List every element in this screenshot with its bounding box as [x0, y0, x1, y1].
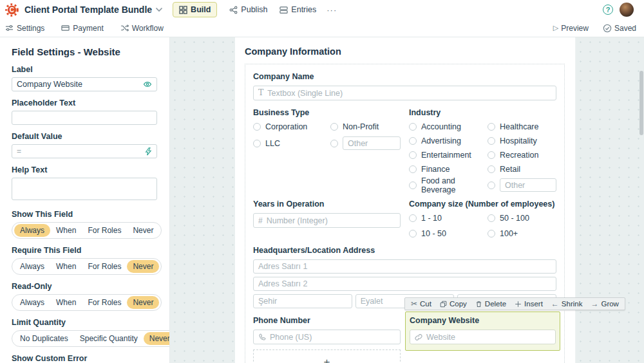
option-label: Corporation: [265, 122, 307, 131]
section-title: Company Information: [245, 46, 565, 57]
arrow-left-icon: ←: [551, 300, 559, 308]
preview-button[interactable]: ▷ Preview: [553, 24, 589, 33]
copy-menu-item[interactable]: Copy: [440, 300, 467, 308]
radio-icon: [488, 165, 495, 173]
default-value-input[interactable]: [25, 147, 140, 156]
more-menu-icon[interactable]: ···: [327, 5, 337, 15]
pill-never[interactable]: Never: [144, 332, 169, 345]
radio-option[interactable]: Corporation: [253, 122, 330, 131]
form-title: Client Portal Template Bundle: [24, 5, 152, 15]
city-input[interactable]: Şehir: [253, 294, 352, 308]
radio-icon: [253, 140, 261, 147]
toggle-title: Limit Quantity: [12, 318, 157, 327]
address-line1-input[interactable]: Adres Satırı 1: [253, 259, 556, 274]
pill-always[interactable]: Always: [14, 260, 50, 273]
field-company-name[interactable]: Company Name T Textbox (Single Line): [253, 72, 556, 100]
radio-option[interactable]: Finance: [409, 164, 488, 174]
pill-never[interactable]: Never: [127, 224, 159, 237]
arrow-right-icon: →: [591, 300, 598, 308]
input-placeholder: Textbox (Single Line): [267, 89, 343, 98]
other-input[interactable]: Other: [500, 178, 556, 192]
delete-menu-item[interactable]: Delete: [475, 300, 506, 308]
cognito-logo-icon[interactable]: C: [5, 3, 19, 17]
radio-option[interactable]: Advertising: [409, 136, 488, 145]
pill-never[interactable]: Never: [127, 296, 159, 309]
phone-input[interactable]: Phone (US): [253, 330, 401, 344]
eye-icon[interactable]: [143, 80, 152, 89]
field-phone-number[interactable]: Phone Number Phone (US) +: [253, 316, 401, 363]
years-input[interactable]: # Number (Integer): [253, 213, 401, 228]
label-input-wrap: [12, 77, 157, 91]
field-business-type[interactable]: Business Type Corporation Non-Profit LLC…: [253, 108, 401, 192]
pill-when[interactable]: When: [50, 260, 82, 273]
avatar[interactable]: [620, 3, 634, 17]
radio-option[interactable]: Recreation: [488, 150, 556, 160]
scrollbar-thumb[interactable]: [639, 71, 643, 135]
chevron-down-icon[interactable]: [155, 7, 163, 12]
entries-button[interactable]: Entries: [279, 5, 316, 14]
radio-option[interactable]: Hospitality: [488, 136, 556, 145]
pill-when[interactable]: When: [50, 224, 82, 237]
radio-option[interactable]: Non-Profit: [330, 122, 401, 131]
tab-settings[interactable]: Settings: [5, 24, 44, 33]
radio-option[interactable]: 50 - 100: [488, 213, 556, 223]
selected-field-company-website[interactable]: ✂Cut Copy Delete Insert ←Shrink →Grow Co…: [405, 312, 560, 351]
radio-icon: [330, 140, 338, 147]
pill-for-roles[interactable]: For Roles: [82, 260, 127, 273]
radio-option-other[interactable]: Other: [330, 136, 401, 150]
app-window: C Client Portal Template Bundle Build: [0, 0, 644, 363]
pill-for-roles[interactable]: For Roles: [82, 296, 127, 309]
field-label: Company size (Number of employees): [409, 200, 556, 209]
radio-option[interactable]: Accounting: [409, 122, 488, 131]
tab-workflow[interactable]: Workflow: [120, 24, 164, 33]
insert-menu-item[interactable]: Insert: [515, 300, 543, 308]
preview-label: Preview: [561, 24, 589, 33]
radio-option[interactable]: Food and Beverage: [409, 180, 488, 190]
help-icon[interactable]: ?: [603, 5, 613, 15]
publish-button[interactable]: Publish: [229, 5, 267, 14]
field-years-in-operation[interactable]: Years in Operation # Number (Integer): [253, 200, 401, 238]
form-section-container[interactable]: Company Name T Textbox (Single Line) Bus…: [245, 64, 565, 363]
workflow-label: Workflow: [132, 24, 164, 33]
field-company-size[interactable]: Company size (Number of employees) 1 - 1…: [409, 200, 556, 238]
pill-always[interactable]: Always: [14, 296, 50, 309]
company-name-input[interactable]: T Textbox (Single Line): [253, 86, 556, 100]
radio-icon: [488, 230, 495, 237]
pill-never[interactable]: Never: [127, 260, 159, 273]
address-line2-input[interactable]: Adres Satırı 2: [253, 277, 556, 291]
radio-option[interactable]: 10 - 50: [409, 228, 488, 238]
pill-specific-quantity[interactable]: Specific Quantity: [74, 332, 144, 345]
tab-payment[interactable]: Payment: [61, 24, 103, 33]
option-label: Healthcare: [500, 122, 538, 131]
option-label: Finance: [421, 165, 450, 174]
option-label: 50 - 100: [500, 214, 529, 223]
option-label: Non-Profit: [343, 122, 379, 131]
label-input[interactable]: [17, 80, 139, 89]
radio-option[interactable]: 100+: [488, 228, 556, 238]
build-button[interactable]: Build: [173, 2, 217, 17]
placeholder-input[interactable]: [17, 113, 152, 122]
radio-option[interactable]: Retail: [488, 164, 556, 174]
website-input[interactable]: Website: [410, 330, 556, 344]
shrink-menu-item[interactable]: ←Shrink: [551, 300, 583, 308]
add-field-button[interactable]: +: [253, 349, 401, 363]
cut-menu-item[interactable]: ✂Cut: [411, 300, 431, 308]
radio-option[interactable]: LLC: [253, 138, 330, 148]
field-label: Industry: [409, 108, 556, 117]
field-label: Business Type: [253, 108, 401, 117]
help-text-input[interactable]: [12, 178, 157, 200]
radio-option[interactable]: 1 - 10: [409, 213, 488, 223]
radio-option-other[interactable]: Other: [488, 178, 556, 192]
toggle-title: Read-Only: [12, 282, 157, 291]
radio-option[interactable]: Entertainment: [409, 150, 488, 160]
grow-menu-item[interactable]: →Grow: [591, 300, 618, 308]
pill-when[interactable]: When: [50, 296, 82, 309]
bolt-icon[interactable]: [144, 147, 152, 156]
option-label: 10 - 50: [421, 229, 446, 238]
field-industry[interactable]: Industry Accounting Healthcare Advertisi…: [409, 108, 556, 192]
pill-always[interactable]: Always: [14, 224, 50, 237]
pill-no-duplicates[interactable]: No Duplicates: [14, 332, 74, 345]
other-input[interactable]: Other: [343, 136, 401, 150]
pill-for-roles[interactable]: For Roles: [82, 224, 127, 237]
radio-option[interactable]: Healthcare: [488, 122, 556, 131]
